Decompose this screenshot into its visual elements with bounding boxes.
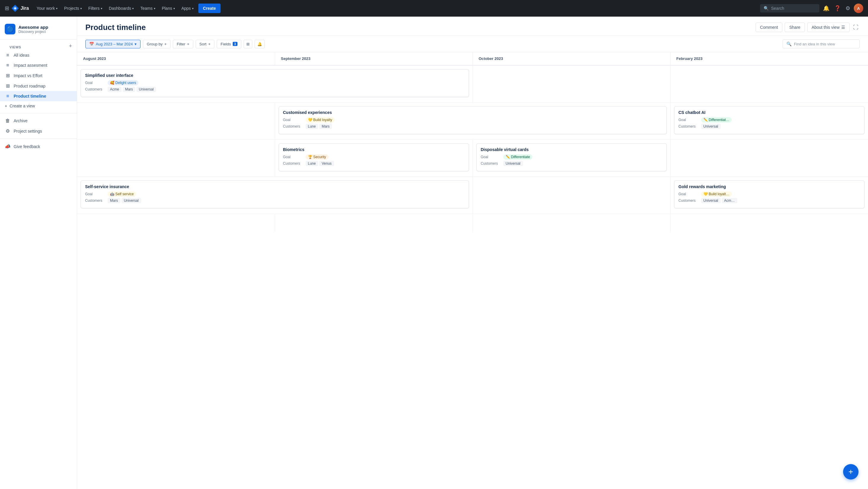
customer-tag: Mars xyxy=(319,124,332,129)
about-view-button[interactable]: About this view ☰ xyxy=(807,23,849,32)
jira-logo[interactable]: Jira xyxy=(11,4,29,12)
nav-dashboards[interactable]: Dashboards ▾ xyxy=(106,4,137,12)
topnav-right: 🔍 🔔 ❓ ⚙ A xyxy=(760,4,863,13)
customer-tag: Universal xyxy=(701,124,721,129)
filter-button[interactable]: Filter + xyxy=(173,40,193,48)
sidebar-divider-2 xyxy=(0,139,77,139)
goal-tag: 💛 Build loyalt… xyxy=(701,192,732,197)
timeline-row-empty xyxy=(77,214,868,232)
grid-icon[interactable]: ⊞ xyxy=(5,5,9,11)
create-view-item[interactable]: + Create a view xyxy=(0,101,77,111)
card-title: CS chatbot AI xyxy=(679,110,860,115)
card-customers-field: Customers Lune Venus xyxy=(283,161,465,166)
sort-button[interactable]: Sort + xyxy=(196,40,214,48)
customer-tag: Acm… xyxy=(722,198,737,203)
project-header[interactable]: 🔵 Awesome app Discovery project xyxy=(0,21,77,39)
nav-projects[interactable]: Projects ▾ xyxy=(61,4,85,12)
chevron-icon: ▾ xyxy=(192,7,193,10)
idea-card-virtual-cards[interactable]: Disposable virtual cards Goal ✏️ Differe… xyxy=(476,143,667,171)
chevron-icon: ▾ xyxy=(80,7,82,10)
sidebar-item-impact-assessment[interactable]: ≡ Impact assesment xyxy=(0,60,77,70)
help-icon[interactable]: ❓ xyxy=(833,4,842,13)
goal-tag: 🥰 Delight users xyxy=(107,80,138,85)
nav-filters[interactable]: Filters ▾ xyxy=(85,4,105,12)
goal-tag: 🏆 Security xyxy=(306,154,329,160)
timeline-cell-3-2: Biometrics Goal 🏆 Security xyxy=(275,140,472,177)
timeline-cell-1-1: Simplified user interface Goal 🥰 Delight… xyxy=(77,65,472,103)
plus-icon: + xyxy=(5,104,7,108)
timeline-cell-2-4: CS chatbot AI Goal ✏️ Differentiat… xyxy=(670,103,868,140)
idea-card-chatbot[interactable]: CS chatbot AI Goal ✏️ Differentiat… xyxy=(674,106,865,134)
views-label: VIEWS xyxy=(5,42,26,50)
goal-tag: ✏️ Differentiate xyxy=(503,154,532,160)
sidebar-project-settings[interactable]: ⚙ Project settings xyxy=(0,126,77,136)
sidebar-item-impact-effort[interactable]: ⊞ Impact vs Effort xyxy=(0,70,77,81)
card-customers-field: Customers Acme Mars Universal xyxy=(85,87,465,92)
card-goal-field: Goal 💛 Build loyalty xyxy=(283,117,662,122)
avatar[interactable]: A xyxy=(854,4,863,13)
month-sep: September 2023 xyxy=(275,52,472,65)
timeline-search-input[interactable] xyxy=(794,42,856,46)
customer-tag: Lune xyxy=(306,124,318,129)
grid-icon: ⊞ xyxy=(5,83,11,89)
project-info: Awesome app Discovery project xyxy=(19,25,48,34)
idea-card-gold-rewards[interactable]: Gold rewards marketing Goal 💛 Build loya… xyxy=(674,180,865,208)
plus-icon: + xyxy=(164,42,167,46)
sidebar-item-product-roadmap[interactable]: ⊞ Product roadmap xyxy=(0,81,77,91)
card-title: Biometrics xyxy=(283,147,465,152)
idea-card-biometrics[interactable]: Biometrics Goal 🏆 Security xyxy=(279,143,469,171)
timeline-cell-4-4: Gold rewards marketing Goal 💛 Build loya… xyxy=(670,177,868,214)
logo-area: ⊞ Jira xyxy=(5,4,29,12)
plus-icon: + xyxy=(208,42,211,46)
fields-button[interactable]: Fields 3 xyxy=(217,40,241,48)
fab-add-button[interactable]: + xyxy=(843,464,859,480)
sidebar-item-all-ideas[interactable]: ≡ All ideas xyxy=(0,50,77,60)
search-icon: 🔍 xyxy=(786,41,792,46)
sidebar-item-product-timeline[interactable]: ≡ Product timeline xyxy=(0,91,77,101)
timeline-table: August 2023 September 2023 October 2023 … xyxy=(77,52,868,232)
idea-card-simplified[interactable]: Simplified user interface Goal 🥰 Delight… xyxy=(81,69,469,97)
customer-tag: Acme xyxy=(107,87,122,92)
group-by-button[interactable]: Group by + xyxy=(143,40,170,48)
search-box[interactable]: 🔍 xyxy=(760,4,819,12)
share-button[interactable]: Share xyxy=(785,23,805,32)
idea-card-self-service[interactable]: Self-service insurance Goal 🤖 Self servi… xyxy=(81,180,469,208)
notifications-filter-button[interactable]: 🔔 xyxy=(255,40,265,48)
expand-button[interactable]: ⛶ xyxy=(852,23,860,32)
timeline-cell-2-2: Customised experiences Goal 💛 Build loya… xyxy=(275,103,670,140)
chevron-down-icon: ▾ xyxy=(134,42,137,46)
card-title: Disposable virtual cards xyxy=(481,147,662,152)
card-customers-field: Customers Lune Mars xyxy=(283,124,662,129)
comment-button[interactable]: Comment xyxy=(756,23,783,32)
settings-icon[interactable]: ⚙ xyxy=(844,4,851,13)
nav-your-work[interactable]: Your work ▾ xyxy=(33,4,60,12)
nav-apps[interactable]: Apps ▾ xyxy=(179,4,196,12)
timeline-search-box[interactable]: 🔍 xyxy=(783,39,860,48)
feedback-icon: 📣 xyxy=(5,144,11,149)
align-left-icon: ☰ xyxy=(841,25,845,30)
sidebar-archive[interactable]: 🗑 Archive xyxy=(0,116,77,126)
month-aug: August 2023 xyxy=(77,52,275,65)
idea-card-customised[interactable]: Customised experiences Goal 💛 Build loya… xyxy=(279,106,667,134)
goal-tag: 🤖 Self service xyxy=(107,192,136,197)
chevron-icon: ▾ xyxy=(132,7,134,10)
jira-text: Jira xyxy=(21,6,29,11)
timeline-cell-1-3 xyxy=(472,65,670,103)
nav-plans[interactable]: Plans ▾ xyxy=(159,4,178,12)
view-options-button[interactable]: ⊞ xyxy=(244,40,252,48)
notifications-icon[interactable]: 🔔 xyxy=(822,4,831,13)
nav-teams[interactable]: Teams ▾ xyxy=(137,4,158,12)
customer-tag: Universal xyxy=(701,198,721,203)
add-view-icon[interactable]: + xyxy=(69,43,72,49)
create-button[interactable]: Create xyxy=(198,4,221,13)
card-goal-field: Goal 🏆 Security xyxy=(283,154,465,160)
sidebar-give-feedback[interactable]: 📣 Give feedback xyxy=(0,141,77,152)
timeline-area[interactable]: August 2023 September 2023 October 2023 … xyxy=(77,52,868,489)
card-customers-field: Customers Universal Acm… xyxy=(679,198,860,203)
top-navigation: ⊞ Jira Your work ▾ Projects ▾ Filters ▾ … xyxy=(0,0,868,17)
timeline-body: Simplified user interface Goal 🥰 Delight… xyxy=(77,65,868,232)
search-icon: 🔍 xyxy=(764,6,769,11)
search-input[interactable] xyxy=(771,6,816,11)
card-title: Self-service insurance xyxy=(85,184,465,189)
date-range-button[interactable]: 📅 Aug 2023 – Mar 2024 ▾ xyxy=(85,40,141,48)
